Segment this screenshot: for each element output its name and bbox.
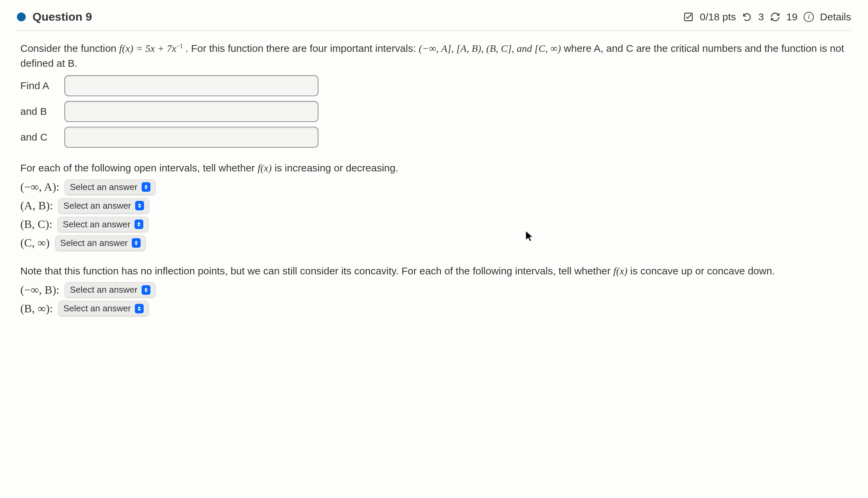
- monotone-label-a-to-b: (A, B):: [20, 199, 53, 212]
- details-link[interactable]: Details: [820, 11, 851, 23]
- input-c[interactable]: [64, 127, 318, 148]
- find-c-row: and C: [20, 127, 848, 148]
- mouse-cursor-icon: [525, 231, 535, 242]
- monotone-text-1: For each of the following open intervals…: [20, 162, 258, 173]
- undo-icon: [742, 12, 752, 22]
- concave-list: (−∞, B):Select an answer(B, ∞):Select an…: [20, 282, 848, 316]
- find-b-row: and B: [20, 101, 848, 122]
- input-a[interactable]: [64, 75, 318, 96]
- select-stepper-icon[interactable]: [135, 304, 144, 313]
- concave-label-b-to-inf: (B, ∞):: [20, 302, 53, 315]
- question-header: Question 9 0/18 pts 3 19 i Details: [17, 10, 851, 31]
- function-expression: f(x) = 5x + 7x−1: [119, 43, 185, 54]
- monotone-label-neg-inf-to-a: (−∞, A):: [20, 181, 59, 194]
- intro-paragraph: Consider the function f(x) = 5x + 7x−1 .…: [20, 41, 848, 70]
- attempts-text: 3: [758, 11, 764, 23]
- select-placeholder: Select an answer: [63, 303, 131, 314]
- monotone-select-c-to-inf[interactable]: Select an answer: [55, 235, 146, 251]
- header-right: 0/18 pts 3 19 i Details: [683, 11, 851, 23]
- retries-text: 19: [786, 11, 798, 23]
- interval-list-math: (−∞, A], [A, B), (B, C], and [C, ∞): [419, 43, 561, 54]
- concave-select-b-to-inf[interactable]: Select an answer: [58, 301, 149, 316]
- select-placeholder: Select an answer: [60, 238, 128, 248]
- input-b[interactable]: [64, 101, 318, 122]
- monotone-row-b-to-c: (B, C):Select an answer: [20, 217, 848, 232]
- concave-row-neg-inf-to-b: (−∞, B):Select an answer: [20, 282, 848, 298]
- question-body: Consider the function f(x) = 5x + 7x−1 .…: [17, 41, 851, 316]
- select-placeholder: Select an answer: [70, 182, 137, 193]
- monotone-row-c-to-inf: (C, ∞)Select an answer: [20, 235, 848, 251]
- select-placeholder: Select an answer: [63, 200, 131, 211]
- fx-math: f(x): [258, 162, 272, 173]
- monotone-select-neg-inf-to-a[interactable]: Select an answer: [65, 180, 155, 195]
- monotone-select-b-to-c[interactable]: Select an answer: [57, 217, 148, 232]
- monotone-label-b-to-c: (B, C):: [20, 218, 52, 231]
- concave-label-neg-inf-to-b: (−∞, B):: [20, 284, 59, 297]
- label-text: and C: [20, 131, 48, 143]
- concave-text-1: Note that this function has no inflectio…: [20, 265, 613, 276]
- monotone-text-2: is increasing or decreasing.: [274, 162, 398, 173]
- refresh-icon: [770, 12, 780, 22]
- fx-math-2: f(x): [613, 265, 628, 276]
- select-stepper-icon[interactable]: [134, 220, 143, 229]
- find-b-label: and B: [20, 106, 57, 117]
- header-left: Question 9: [17, 10, 92, 23]
- select-stepper-icon[interactable]: [142, 285, 150, 295]
- label-text: Find A: [20, 80, 49, 91]
- concave-prompt: Note that this function has no inflectio…: [20, 264, 848, 278]
- monotone-prompt: For each of the following open intervals…: [20, 160, 848, 175]
- select-stepper-icon[interactable]: [132, 238, 141, 248]
- points-text: 0/18 pts: [700, 11, 736, 23]
- monotone-select-a-to-b[interactable]: Select an answer: [58, 198, 149, 213]
- select-stepper-icon[interactable]: [135, 201, 144, 210]
- select-stepper-icon[interactable]: [142, 182, 150, 192]
- find-c-label: and C: [20, 131, 57, 143]
- monotone-row-neg-inf-to-a: (−∞, A):Select an answer: [20, 180, 848, 195]
- monotone-label-c-to-inf: (C, ∞): [20, 236, 50, 249]
- intro-text-2: . For this function there are four impor…: [185, 43, 419, 54]
- checkbox-icon: [683, 12, 694, 22]
- label-text: and B: [20, 106, 47, 117]
- concave-select-neg-inf-to-b[interactable]: Select an answer: [65, 282, 155, 298]
- function-base: f(x) = 5x + 7x: [119, 43, 176, 54]
- status-dot-icon: [17, 13, 26, 21]
- monotone-row-a-to-b: (A, B):Select an answer: [20, 198, 848, 213]
- question-title: Question 9: [32, 10, 92, 23]
- concave-text-2: is concave up or concave down.: [630, 265, 775, 276]
- concave-row-b-to-inf: (B, ∞):Select an answer: [20, 301, 848, 316]
- find-a-row: Find A: [20, 75, 848, 96]
- function-exponent: −1: [176, 43, 183, 50]
- monotone-list: (−∞, A):Select an answer(A, B):Select an…: [20, 180, 848, 251]
- select-placeholder: Select an answer: [63, 219, 130, 230]
- info-icon[interactable]: i: [804, 12, 814, 22]
- select-placeholder: Select an answer: [70, 285, 137, 295]
- intro-text-1: Consider the function: [20, 43, 119, 54]
- find-a-label: Find A: [20, 80, 57, 91]
